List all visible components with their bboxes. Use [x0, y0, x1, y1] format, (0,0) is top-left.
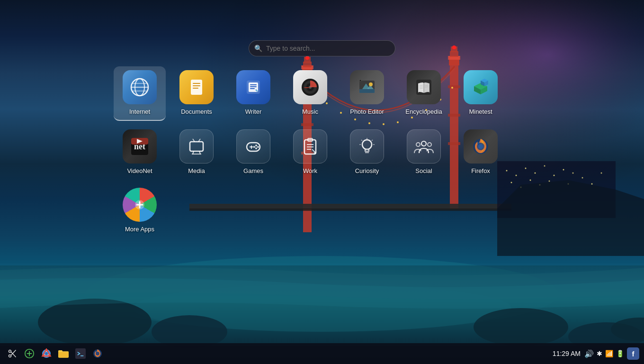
firefox-icon-img	[464, 129, 498, 164]
svg-point-3	[133, 284, 511, 332]
documents-icon-img	[179, 70, 214, 104]
svg-point-2	[85, 256, 559, 332]
svg-point-55	[474, 308, 568, 346]
taskbar-right: 11:29 AM 🔊 ✱ 📶 🔋 f	[553, 347, 639, 360]
svg-point-83	[369, 82, 373, 86]
moreapps-icon-img	[123, 188, 157, 222]
svg-point-138	[478, 144, 483, 149]
taskbar-scissors-icon[interactable]	[5, 346, 20, 361]
facebook-taskbar-icon[interactable]: f	[627, 347, 639, 360]
search-icon: 🔍	[254, 45, 262, 52]
svg-point-157	[96, 352, 99, 355]
work-label: Work	[303, 167, 317, 174]
app-social[interactable]: Social	[398, 126, 450, 179]
svg-point-111	[255, 145, 257, 146]
svg-rect-16	[451, 46, 457, 52]
internet-icon-img	[123, 70, 157, 104]
app-work[interactable]: Work	[284, 126, 336, 179]
taskbar-folder-icon[interactable]	[56, 346, 71, 361]
svg-rect-102	[190, 142, 203, 151]
app-writer[interactable]: Writer	[227, 66, 279, 121]
svg-rect-13	[449, 56, 459, 65]
bluetooth-icon[interactable]: ✱	[597, 350, 602, 357]
photoeditor-icon-img	[350, 70, 384, 104]
svg-point-84	[359, 80, 361, 82]
app-games[interactable]: Games	[227, 126, 279, 179]
curiosity-icon-img	[350, 129, 384, 164]
app-photoeditor[interactable]: Photo Editor	[341, 66, 393, 121]
app-music[interactable]: Music	[284, 66, 336, 121]
app-moreapps[interactable]: More Apps	[114, 184, 166, 237]
app-documents[interactable]: Documents	[170, 66, 223, 121]
app-internet[interactable]: Internet	[114, 66, 166, 121]
svg-rect-8	[304, 57, 311, 63]
svg-line-130	[361, 140, 362, 141]
app-firefox[interactable]: Firefox	[455, 126, 507, 179]
taskbar-add-icon[interactable]	[22, 346, 37, 361]
documents-label: Documents	[181, 108, 212, 115]
app-encyclopedia[interactable]: Encyclopedia	[398, 66, 450, 121]
desktop: 🔍 Internet	[0, 0, 644, 364]
app-row-2: net VideoNet	[114, 126, 507, 179]
encyclopedia-label: Encyclopedia	[405, 108, 442, 115]
taskbar-terminal-icon[interactable]	[73, 346, 88, 361]
svg-rect-67	[193, 88, 198, 89]
svg-line-128	[372, 140, 373, 141]
svg-point-112	[257, 146, 259, 148]
svg-rect-153	[75, 348, 86, 359]
taskbar-chromium-icon[interactable]	[39, 346, 54, 361]
svg-point-34	[452, 46, 456, 49]
games-label: Games	[243, 167, 263, 174]
app-videonet[interactable]: net VideoNet	[114, 126, 166, 179]
svg-point-132	[421, 141, 426, 146]
svg-point-114	[253, 146, 255, 148]
app-row-1: Internet Documents	[114, 66, 507, 121]
taskbar-left	[5, 346, 105, 361]
svg-point-53	[38, 299, 152, 346]
svg-point-133	[416, 143, 420, 146]
app-curiosity[interactable]: Curiosity	[341, 126, 393, 179]
svg-rect-58	[0, 265, 644, 346]
videonet-icon-img: net	[123, 129, 157, 164]
videonet-label: VideoNet	[127, 167, 152, 174]
app-minetest[interactable]: Minetest	[455, 66, 507, 121]
search-container: 🔍	[249, 40, 395, 56]
writer-icon-img	[236, 70, 270, 104]
media-label: Media	[188, 167, 205, 174]
encyclopedia-icon-img	[407, 70, 441, 104]
taskbar-time: 11:29 AM	[553, 350, 581, 357]
battery-icon[interactable]: 🔋	[616, 350, 624, 357]
svg-line-120	[312, 149, 315, 153]
svg-rect-66	[193, 85, 200, 86]
minetest-icon-img	[464, 70, 498, 104]
app-media[interactable]: Media	[170, 126, 223, 179]
moreapps-label: More Apps	[125, 226, 154, 233]
app-row-3: More Apps	[114, 184, 166, 237]
taskbar-firefox-icon[interactable]	[90, 346, 105, 361]
search-input[interactable]	[249, 40, 395, 56]
volume-icon[interactable]: 🔊	[584, 349, 594, 358]
curiosity-label: Curiosity	[355, 167, 379, 174]
firefox-label: Firefox	[471, 167, 490, 174]
photoeditor-label: Photo Editor	[350, 108, 384, 115]
app-grid: Internet Documents	[0, 66, 644, 237]
media-icon-img	[179, 129, 214, 164]
svg-rect-65	[193, 83, 200, 84]
music-label: Music	[302, 108, 318, 115]
social-label: Social	[415, 167, 432, 174]
svg-rect-70	[250, 84, 257, 85]
wifi-icon[interactable]: 📶	[605, 350, 613, 357]
taskbar-sys-icons: 🔊 ✱ 📶 🔋 f	[584, 347, 639, 360]
work-icon-img	[293, 129, 327, 164]
music-icon-img	[293, 70, 327, 104]
svg-rect-72	[250, 88, 255, 89]
taskbar: 11:29 AM 🔊 ✱ 📶 🔋 f	[0, 343, 644, 364]
svg-point-113	[255, 147, 257, 149]
svg-point-134	[428, 143, 431, 146]
minetest-label: Minetest	[469, 108, 492, 115]
svg-rect-15	[450, 51, 458, 57]
svg-point-152	[45, 353, 48, 355]
svg-rect-80	[359, 89, 375, 93]
games-icon-img	[236, 129, 270, 164]
writer-label: Writer	[245, 108, 261, 115]
